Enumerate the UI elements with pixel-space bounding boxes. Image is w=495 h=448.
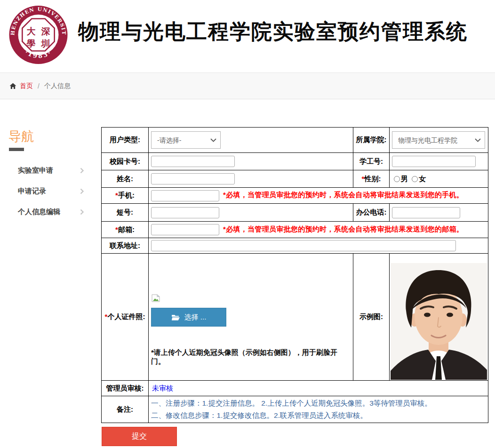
- email-required-note: *必填，当管理员审批您的预约时，系统会自动将审批结果发送到您的邮箱。: [223, 225, 463, 233]
- chevron-right-icon: [80, 209, 84, 215]
- remarks-label: 备注:: [102, 396, 149, 423]
- page-title: 物理与光电工程学院实验室预约管理系统: [78, 18, 468, 46]
- example-portrait-photo: [391, 263, 487, 380]
- submit-button[interactable]: 提交: [102, 427, 177, 446]
- email-label: 邮箱:: [118, 225, 135, 233]
- profile-form-table: 用户类型: -请选择- 所属学院: 物理与光电工程学院: [101, 127, 488, 423]
- office-phone-input[interactable]: [392, 207, 460, 218]
- email-input[interactable]: [151, 224, 219, 235]
- college-label: 所属学院:: [353, 128, 390, 153]
- chevron-right-icon: [80, 168, 84, 174]
- gender-female-label: 女: [419, 175, 426, 183]
- sidebar-item-label: 实验室申请: [18, 166, 53, 175]
- office-phone-label: 办公电话:: [353, 204, 390, 222]
- breadcrumb-home-link[interactable]: 首页: [9, 82, 33, 90]
- college-select[interactable]: 物理与光电工程学院: [392, 131, 485, 149]
- user-type-select[interactable]: -请选择-: [151, 131, 221, 149]
- admin-review-label: 管理员审核:: [102, 381, 149, 396]
- remark-line-2: 二、修改信息步骤：1.提交修改信息。2.联系管理员进入系统审核。: [151, 409, 486, 422]
- choose-file-button[interactable]: 选择 ...: [151, 308, 226, 327]
- id-photo-label: 个人证件照:: [107, 312, 145, 320]
- staff-id-label: 学工号:: [353, 153, 390, 170]
- home-icon: [9, 83, 16, 89]
- seal-char-2: 圳: [41, 38, 50, 48]
- choose-file-label: 选择 ...: [184, 313, 207, 322]
- name-label: 姓名:: [102, 170, 149, 188]
- photo-upload-hint: *请上传个人近期免冠头像照（示例如右侧图），用于刷脸开门。: [151, 348, 351, 366]
- short-number-input[interactable]: [151, 207, 219, 218]
- sidebar-item-label: 个人信息编辑: [18, 208, 60, 216]
- sidebar-item-label: 申请记录: [18, 187, 46, 196]
- breadcrumb-separator: /: [38, 82, 40, 90]
- breadcrumb-current: 个人信息: [44, 82, 71, 90]
- gender-male-label: 男: [401, 175, 408, 183]
- gender-label: 性别:: [364, 175, 381, 183]
- chevron-right-icon: [80, 188, 84, 194]
- campus-card-input[interactable]: [151, 156, 235, 167]
- broken-image-icon: [152, 294, 160, 302]
- staff-id-input[interactable]: [392, 156, 476, 167]
- seal-char-3: 大: [27, 26, 36, 36]
- mobile-required-note: *必填，当管理员审批您的预约时，系统会自动将审批结果发送到您的手机。: [223, 191, 463, 199]
- folder-open-icon: [171, 314, 180, 321]
- sidebar-title-rule: [9, 148, 24, 151]
- mobile-input[interactable]: [151, 190, 219, 201]
- user-type-label: 用户类型:: [102, 128, 149, 153]
- sidebar-item-profile-edit[interactable]: 个人信息编辑: [18, 206, 84, 217]
- sidebar-item-apply-records[interactable]: 申请记录: [18, 185, 84, 197]
- seal-char-1: 深: [41, 26, 50, 36]
- name-input[interactable]: [151, 173, 235, 184]
- sidebar-title: 导航: [8, 128, 34, 145]
- university-seal-logo: SHENZHEN UNIVERSITY ·1983· 深 圳 大 學: [8, 4, 68, 66]
- page: SHENZHEN UNIVERSITY ·1983· 深 圳 大 學 物理与光电…: [0, 0, 495, 448]
- mobile-label: 手机:: [118, 191, 135, 199]
- example-image-label: 示例图:: [353, 254, 390, 381]
- gender-male-radio[interactable]: [394, 176, 400, 182]
- seal-char-4: 學: [27, 38, 36, 48]
- short-number-label: 短号:: [102, 204, 149, 222]
- remark-line-1: 一、注册步骤：1.提交注册信息。 2.上传上传个人近期免冠头像照。3等待管理员审…: [151, 397, 486, 409]
- gender-female-radio[interactable]: [412, 176, 418, 182]
- address-input[interactable]: [151, 240, 456, 251]
- breadcrumb: 首页 / 个人信息: [0, 72, 495, 99]
- address-label: 联系地址:: [102, 238, 149, 254]
- review-status-link[interactable]: 未审核: [152, 384, 173, 392]
- campus-card-label: 校园卡号:: [102, 153, 149, 170]
- breadcrumb-home-label: 首页: [20, 82, 33, 90]
- sidebar-item-lab-apply[interactable]: 实验室申请: [18, 165, 84, 176]
